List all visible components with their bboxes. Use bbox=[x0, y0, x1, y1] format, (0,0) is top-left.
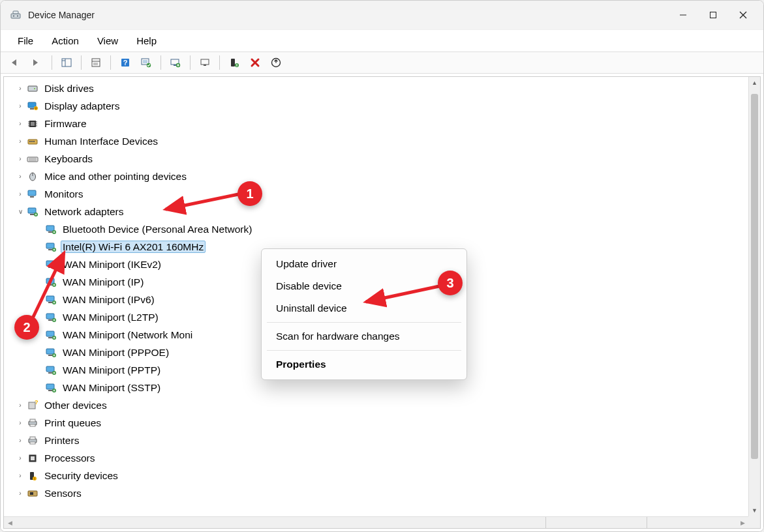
svg-rect-52 bbox=[30, 196, 34, 198]
expander-icon[interactable]: › bbox=[16, 437, 25, 444]
nav-forward-button[interactable] bbox=[28, 54, 46, 71]
tree-category[interactable]: ›Disk drives bbox=[16, 80, 760, 97]
svg-rect-65 bbox=[46, 278, 54, 284]
device-tree-pane: ›Disk drives›Display adapters›Firmware›H… bbox=[3, 76, 761, 529]
svg-rect-95 bbox=[31, 456, 35, 460]
scroll-down-button[interactable]: ▼ bbox=[749, 505, 760, 516]
cm-uninstall-device[interactable]: Uninstall device bbox=[264, 297, 464, 319]
help-button[interactable]: ? bbox=[116, 54, 134, 71]
expander-icon[interactable]: › bbox=[16, 472, 25, 479]
scan-hardware-button[interactable] bbox=[137, 54, 155, 71]
tree-category[interactable]: ›Monitors bbox=[16, 185, 760, 203]
nav-back-button[interactable] bbox=[7, 54, 25, 71]
tree-category[interactable]: ›?Other devices bbox=[16, 396, 760, 414]
disable-device-toolbar-button[interactable] bbox=[225, 54, 243, 71]
svg-text:?: ? bbox=[123, 59, 128, 66]
expander-icon[interactable]: › bbox=[16, 454, 25, 462]
svg-rect-24 bbox=[204, 65, 206, 66]
tree-device-label: WAN Miniport (IKEv2) bbox=[61, 259, 162, 270]
cm-scan-hardware[interactable]: Scan for hardware changes bbox=[264, 325, 464, 347]
scroll-right-button[interactable]: ▶ bbox=[737, 517, 748, 529]
menu-file[interactable]: File bbox=[8, 33, 42, 49]
expander-icon[interactable]: › bbox=[16, 85, 25, 92]
show-hide-tree-button[interactable] bbox=[57, 54, 76, 71]
svg-rect-69 bbox=[48, 302, 52, 303]
vertical-scrollbar[interactable]: ▲ ▼ bbox=[748, 77, 760, 516]
expander-icon[interactable]: › bbox=[16, 155, 25, 162]
svg-rect-18 bbox=[143, 60, 147, 63]
tree-device-item[interactable]: ›WAN Miniport (SSTP) bbox=[34, 379, 760, 396]
menu-view[interactable]: View bbox=[88, 33, 127, 49]
minimize-button[interactable] bbox=[668, 1, 698, 29]
svg-rect-63 bbox=[48, 267, 52, 268]
device-context-menu: Update driver Disable device Uninstall d… bbox=[261, 248, 467, 380]
tree-device-item[interactable]: ›Bluetooth Device (Personal Area Network… bbox=[34, 220, 760, 238]
svg-rect-34 bbox=[31, 122, 35, 126]
svg-rect-93 bbox=[30, 442, 35, 444]
expander-icon[interactable]: › bbox=[16, 120, 25, 127]
cm-properties[interactable]: Properties bbox=[264, 353, 464, 376]
tree-category[interactable]: ›Firmware bbox=[16, 115, 760, 132]
device-category-icon bbox=[26, 206, 39, 218]
expander-icon[interactable]: › bbox=[16, 490, 25, 497]
menu-action[interactable]: Action bbox=[42, 33, 88, 49]
expander-icon[interactable]: › bbox=[16, 173, 25, 180]
tree-category[interactable]: ›Human Interface Devices bbox=[16, 132, 760, 150]
enable-device-toolbar-button[interactable] bbox=[196, 54, 214, 71]
properties-button[interactable] bbox=[87, 54, 105, 71]
expander-icon[interactable]: › bbox=[16, 419, 25, 426]
tree-category[interactable]: ›Print queues bbox=[16, 414, 760, 432]
tree-category[interactable]: ›Display adapters bbox=[16, 97, 760, 115]
tree-category[interactable]: ›Security devices bbox=[16, 467, 760, 484]
tree-device-label: WAN Miniport (PPPOE) bbox=[61, 347, 170, 358]
tree-category[interactable]: ›Sensors bbox=[16, 484, 760, 502]
device-icon bbox=[44, 382, 57, 394]
uninstall-device-toolbar-button[interactable] bbox=[246, 54, 264, 71]
add-legacy-toolbar-button[interactable] bbox=[267, 54, 285, 71]
tree-category[interactable]: ›Mice and other pointing devices bbox=[16, 168, 760, 185]
tree-device-label: WAN Miniport (IP) bbox=[61, 276, 145, 288]
tree-category-label: Keyboards bbox=[43, 153, 94, 164]
cm-update-driver[interactable]: Update driver bbox=[264, 253, 464, 275]
device-category-icon bbox=[26, 470, 39, 482]
svg-rect-0 bbox=[11, 14, 20, 18]
device-icon bbox=[44, 224, 57, 235]
content-wrap: ›Disk drives›Display adapters›Firmware›H… bbox=[1, 74, 763, 531]
expander-icon[interactable]: › bbox=[16, 402, 25, 409]
svg-rect-23 bbox=[201, 59, 209, 65]
toolbar-separator bbox=[110, 55, 111, 70]
expander-icon[interactable]: › bbox=[16, 102, 25, 110]
toolbar-separator bbox=[52, 55, 52, 70]
tree-category[interactable]: ›Keyboards bbox=[16, 150, 760, 168]
device-category-icon bbox=[26, 188, 39, 200]
expander-icon[interactable]: › bbox=[16, 190, 25, 198]
tree-category[interactable]: ›Processors bbox=[16, 449, 760, 467]
tree-category-label: Human Interface Devices bbox=[43, 136, 159, 147]
svg-point-2 bbox=[13, 16, 14, 17]
device-category-icon bbox=[26, 417, 39, 429]
maximize-button[interactable] bbox=[698, 1, 728, 29]
expander-icon[interactable]: ∨ bbox=[16, 208, 25, 215]
scroll-left-button[interactable]: ◀ bbox=[4, 517, 16, 529]
device-category-icon bbox=[26, 83, 39, 95]
svg-rect-43 bbox=[31, 141, 33, 142]
update-driver-toolbar-button[interactable] bbox=[166, 54, 185, 71]
tree-device-label: WAN Miniport (PPTP) bbox=[61, 364, 162, 376]
device-icon bbox=[44, 329, 57, 341]
vertical-scroll-thumb[interactable] bbox=[751, 94, 758, 459]
cm-disable-device[interactable]: Disable device bbox=[264, 275, 464, 297]
svg-rect-78 bbox=[48, 355, 52, 356]
tree-category[interactable]: ›Printers bbox=[16, 432, 760, 449]
expander-icon[interactable]: › bbox=[16, 138, 25, 145]
cm-separator bbox=[267, 350, 461, 351]
horizontal-scrollbar[interactable]: ◀ ▶ bbox=[4, 516, 748, 528]
tree-category[interactable]: ∨Network adapters bbox=[16, 203, 760, 220]
svg-rect-66 bbox=[48, 284, 52, 286]
tree-category-label: Network adapters bbox=[43, 206, 125, 217]
menu-help[interactable]: Help bbox=[127, 33, 166, 49]
scroll-up-button[interactable]: ▲ bbox=[749, 77, 760, 89]
svg-rect-99 bbox=[30, 492, 33, 495]
device-icon bbox=[44, 312, 57, 323]
device-manager-window: Device Manager File Action View Help ? bbox=[0, 0, 764, 532]
close-button[interactable] bbox=[728, 1, 758, 29]
